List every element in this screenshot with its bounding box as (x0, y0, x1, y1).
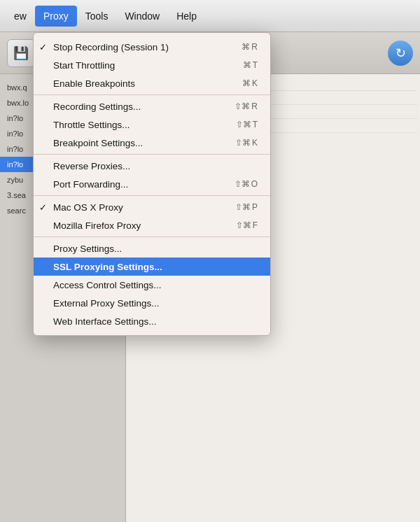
menu-section-proxy-types: Reverse Proxies... Port Forwarding... ⇧⌘… (34, 155, 270, 196)
checkmark-icon: ✓ (39, 202, 47, 213)
menu-section-recording: ✓ Stop Recording (Session 1) ⌘R Start Th… (34, 36, 270, 95)
checkmark-icon: ✓ (39, 42, 47, 52)
port-forwarding-item[interactable]: Port Forwarding... ⇧⌘O (34, 175, 270, 193)
ssl-proxying-settings-item[interactable]: SSL Proxying Settings... (34, 258, 270, 276)
reverse-proxies-item[interactable]: Reverse Proxies... (34, 157, 270, 175)
menu-item-ew[interactable]: ew (6, 6, 35, 27)
proxy-dropdown-menu: ✓ Stop Recording (Session 1) ⌘R Start Th… (33, 32, 271, 336)
web-interface-settings-item[interactable]: Web Interface Settings... (34, 312, 270, 330)
access-control-settings-item[interactable]: Access Control Settings... (34, 276, 270, 294)
menu-item-proxy[interactable]: Proxy (35, 6, 77, 27)
menu-bar: ew Proxy Tools Window Help (0, 0, 420, 32)
refresh-button[interactable]: ↻ (388, 41, 413, 66)
save-button[interactable]: 💾 (7, 39, 35, 67)
menu-section-proxy-config: Proxy Settings... SSL Proxying Settings.… (34, 237, 270, 332)
menu-section-os-proxy: ✓ Mac OS X Proxy ⇧⌘P Mozilla Firefox Pro… (34, 196, 270, 237)
mac-os-proxy-item[interactable]: ✓ Mac OS X Proxy ⇧⌘P (34, 198, 270, 216)
menu-item-window[interactable]: Window (116, 6, 168, 27)
proxy-settings-item[interactable]: Proxy Settings... (34, 239, 270, 258)
external-proxy-settings-item[interactable]: External Proxy Settings... (34, 294, 270, 312)
recording-settings-item[interactable]: Recording Settings... ⇧⌘R (34, 97, 270, 115)
stop-recording-item[interactable]: ✓ Stop Recording (Session 1) ⌘R (34, 38, 270, 56)
mozilla-firefox-proxy-item[interactable]: Mozilla Firefox Proxy ⇧⌘F (34, 216, 270, 234)
breakpoint-settings-item[interactable]: Breakpoint Settings... ⇧⌘K (34, 134, 270, 152)
start-throttling-item[interactable]: Start Throttling ⌘T (34, 56, 270, 74)
menu-section-settings: Recording Settings... ⇧⌘R Throttle Setti… (34, 95, 270, 155)
menu-item-tools[interactable]: Tools (77, 6, 117, 27)
menu-item-help[interactable]: Help (168, 6, 205, 27)
enable-breakpoints-item[interactable]: Enable Breakpoints ⌘K (34, 74, 270, 92)
throttle-settings-item[interactable]: Throttle Settings... ⇧⌘T (34, 115, 270, 134)
